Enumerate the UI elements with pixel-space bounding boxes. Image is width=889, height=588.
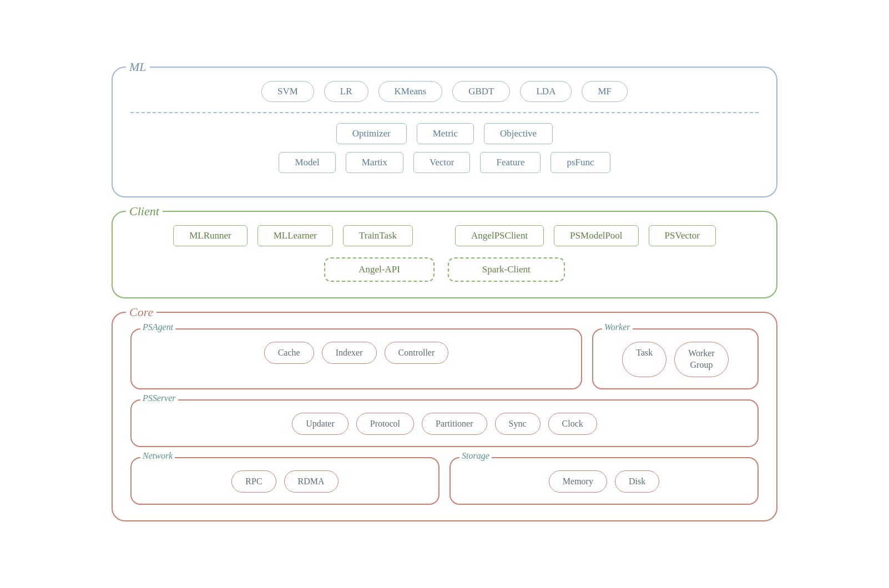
psagent-cache: Cache <box>264 342 314 364</box>
ml-section: ML SVM LR KMeans GBDT LDA MF Optimizer M… <box>112 67 777 197</box>
psserver-label: PSServer <box>140 393 178 403</box>
client-section: Client MLRunner MLLearner TrainTask Ange… <box>112 211 777 298</box>
storage-label: Storage <box>459 451 492 461</box>
ml-row3: Model Martix Vector Feature psFunc <box>130 152 759 173</box>
client-psvector: PSVector <box>649 225 716 246</box>
psagent-items: Cache Indexer Controller <box>143 342 570 364</box>
core-inner: PSAgent Cache Indexer Controller Worker … <box>130 328 759 505</box>
ml-divider <box>130 112 759 113</box>
client-label: Client <box>126 204 163 219</box>
ml-svm: SVM <box>261 81 314 102</box>
angel-api-box: Angel-API <box>324 257 435 282</box>
psagent-box: PSAgent Cache Indexer Controller <box>130 328 582 389</box>
client-traintask: TrainTask <box>343 225 413 246</box>
ml-feature: Feature <box>480 152 541 173</box>
network-rdma: RDMA <box>284 470 339 493</box>
ml-objective: Objective <box>484 123 553 144</box>
psserver-updater: Updater <box>292 413 348 435</box>
worker-box: Worker Task WorkerGroup <box>592 328 759 389</box>
client-psmodelpool: PSModelPool <box>554 225 638 246</box>
storage-items: Memory Disk <box>462 470 746 493</box>
storage-memory: Memory <box>549 470 607 493</box>
psserver-clock: Clock <box>548 413 597 435</box>
psagent-controller: Controller <box>385 342 449 364</box>
client-mllearner: MLLearner <box>257 225 333 246</box>
ml-vector: Vector <box>413 152 470 173</box>
ml-algorithms-row: SVM LR KMeans GBDT LDA MF <box>130 81 759 102</box>
core-bottom-row: Network RPC RDMA Storage Memory Disk <box>130 457 759 505</box>
ml-optimizer: Optimizer <box>336 123 407 144</box>
ml-gbdt: GBDT <box>452 81 510 102</box>
psserver-box: PSServer Updater Protocol Partitioner Sy… <box>130 399 759 447</box>
psserver-partitioner: Partitioner <box>422 413 487 435</box>
ml-martix: Martix <box>346 152 403 173</box>
psserver-sync: Sync <box>495 413 541 435</box>
psserver-protocol: Protocol <box>356 413 414 435</box>
worker-label: Worker <box>602 322 633 332</box>
psagent-label: PSAgent <box>140 322 175 332</box>
network-items: RPC RDMA <box>143 470 427 493</box>
storage-disk: Disk <box>615 470 659 493</box>
ml-model: Model <box>279 152 335 173</box>
ml-mf: MF <box>582 81 628 102</box>
core-label: Core <box>126 305 156 320</box>
network-label: Network <box>140 451 175 461</box>
psagent-indexer: Indexer <box>322 342 377 364</box>
client-mlrunner: MLRunner <box>173 225 247 246</box>
client-angelps: AngelPSClient <box>455 225 544 246</box>
ml-metric: Metric <box>417 123 474 144</box>
ml-label: ML <box>126 60 150 74</box>
worker-workergroup: WorkerGroup <box>674 342 729 377</box>
client-components-row: MLRunner MLLearner TrainTask AngelPSClie… <box>130 225 759 246</box>
storage-box: Storage Memory Disk <box>449 457 759 505</box>
ml-lda: LDA <box>520 81 572 102</box>
network-box: Network RPC RDMA <box>130 457 440 505</box>
spark-client-box: Spark-Client <box>448 257 565 282</box>
network-rpc: RPC <box>231 470 276 493</box>
psserver-items: Updater Protocol Partitioner Sync Clock <box>143 413 746 435</box>
ml-psfunc: psFunc <box>550 152 610 173</box>
worker-items: Task WorkerGroup <box>604 342 746 377</box>
core-section: Core PSAgent Cache Indexer Controller Wo… <box>112 312 777 521</box>
ml-lr: LR <box>324 81 368 102</box>
core-top-row: PSAgent Cache Indexer Controller Worker … <box>130 328 759 389</box>
client-apis-row: Angel-API Spark-Client <box>130 257 759 282</box>
worker-task: Task <box>622 342 666 377</box>
ml-kmeans: KMeans <box>378 81 443 102</box>
architecture-diagram: ML SVM LR KMeans GBDT LDA MF Optimizer M… <box>112 67 777 521</box>
ml-row2: Optimizer Metric Objective <box>130 123 759 144</box>
